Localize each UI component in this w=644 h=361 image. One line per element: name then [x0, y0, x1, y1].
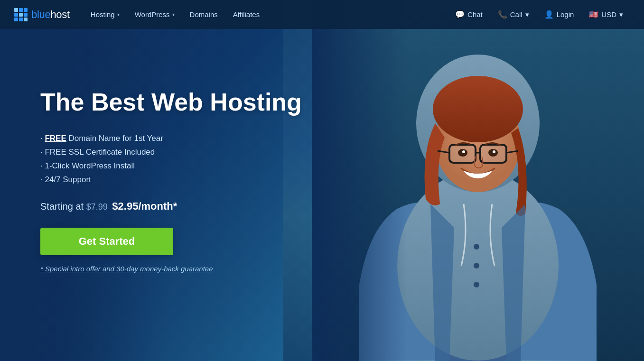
nav-currency-label: USD [601, 10, 616, 19]
feature-wordpress: · 1-Click WordPress Install [40, 159, 323, 173]
nav-chat[interactable]: 💬 Chat [448, 0, 489, 29]
old-price: $7.99 [86, 202, 108, 212]
phone-icon: 📞 [498, 10, 507, 19]
chevron-down-icon: ▾ [525, 10, 529, 19]
nav-affiliates-label: Affiliates [233, 10, 260, 19]
nav-wordpress[interactable]: WordPress ▾ [128, 0, 181, 29]
feature-ssl-text: FREE SSL Certificate Included [43, 148, 155, 157]
hero-person-svg [312, 0, 644, 361]
get-started-button[interactable]: Get Started [40, 228, 173, 255]
nav-affiliates[interactable]: Affiliates [226, 0, 266, 29]
nav-chat-label: Chat [467, 10, 483, 19]
feature-ssl: · FREE SSL Certificate Included [40, 146, 323, 159]
logo-link[interactable]: bluehost [14, 8, 70, 21]
nav-links: Hosting ▾ WordPress ▾ Domains Affiliates [84, 0, 448, 29]
nav-domains-label: Domains [190, 10, 218, 19]
new-price: $2.95/month* [112, 200, 177, 212]
hero-pricing: Starting at $7.99 $2.95/month* [40, 200, 323, 213]
svg-point-16 [462, 150, 465, 153]
feature-domain-text: Domain Name for 1st Year [66, 134, 163, 143]
navbar: bluehost Hosting ▾ WordPress ▾ Domains A… [0, 0, 644, 29]
hero-content: The Best Web Hosting · FREE Domain Name … [0, 0, 323, 361]
svg-point-6 [433, 76, 523, 142]
free-label: FREE [45, 134, 66, 143]
svg-point-20 [474, 282, 479, 287]
svg-point-18 [474, 244, 479, 250]
logo-grid-icon [14, 8, 28, 21]
chevron-down-icon: ▾ [117, 12, 120, 17]
chat-icon: 💬 [455, 10, 465, 19]
chevron-down-icon: ▾ [619, 10, 623, 19]
nav-call[interactable]: 📞 Call ▾ [491, 0, 536, 29]
logo-text: bluehost [31, 9, 70, 21]
feature-support-text: 24/7 Support [43, 175, 91, 184]
user-icon: 👤 [544, 10, 554, 19]
nav-login[interactable]: 👤 Login [538, 0, 581, 29]
nav-right: 💬 Chat 📞 Call ▾ 👤 Login 🇺🇸 USD ▾ [448, 0, 630, 29]
svg-rect-21 [312, 0, 407, 361]
chevron-down-icon: ▾ [172, 12, 175, 17]
feature-wordpress-text: 1-Click WordPress Install [43, 161, 135, 170]
svg-point-17 [493, 150, 495, 153]
hero-title: The Best Web Hosting [40, 88, 323, 117]
nav-wordpress-label: WordPress [135, 10, 170, 19]
hero-section: bluehost Hosting ▾ WordPress ▾ Domains A… [0, 0, 644, 361]
special-offer-link[interactable]: * Special intro offer and 30-day money-b… [40, 265, 323, 273]
nav-login-label: Login [557, 10, 574, 19]
feature-support: · 24/7 Support [40, 173, 323, 187]
nav-currency[interactable]: 🇺🇸 USD ▾ [582, 0, 630, 29]
nav-domains[interactable]: Domains [183, 0, 224, 29]
logo-suffix: host [50, 9, 69, 20]
feature-domain: · FREE Domain Name for 1st Year [40, 132, 323, 146]
nav-hosting[interactable]: Hosting ▾ [84, 0, 126, 29]
nav-call-label: Call [510, 10, 523, 19]
logo-prefix: blue [31, 9, 50, 20]
svg-point-19 [474, 263, 479, 268]
pricing-prefix: Starting at [40, 201, 86, 212]
hero-features-list: · FREE Domain Name for 1st Year · FREE S… [40, 132, 323, 187]
nav-hosting-label: Hosting [91, 10, 115, 19]
flag-icon: 🇺🇸 [589, 10, 598, 19]
hero-photo-area [283, 0, 644, 361]
